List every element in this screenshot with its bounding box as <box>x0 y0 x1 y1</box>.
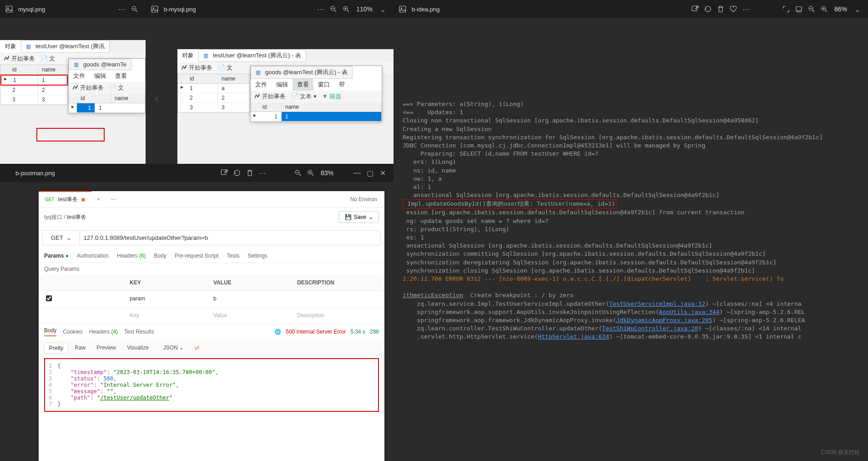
zoom-in-icon[interactable] <box>304 167 317 179</box>
tab-headers[interactable]: Headers (6) <box>117 253 146 259</box>
col-name[interactable]: name <box>38 65 68 74</box>
resp-tab-headers[interactable]: Headers (4) <box>89 329 118 335</box>
param-key[interactable]: param <box>128 294 212 304</box>
save-button[interactable]: 💾 Save ⌄ <box>339 211 379 223</box>
col-id[interactable]: id <box>77 94 111 103</box>
table-row[interactable]: ▸ 1 1 <box>0 75 68 86</box>
chevron-down-icon[interactable]: ⌄ <box>376 3 389 15</box>
method-selector[interactable]: GET ⌄ <box>43 231 80 245</box>
tab-body[interactable]: Body <box>154 253 166 259</box>
zoom-in-icon[interactable] <box>818 3 831 15</box>
begin-tx-button[interactable]: 🗲 开始事务 <box>72 84 104 92</box>
add-tab-icon[interactable]: + <box>91 196 106 203</box>
preview-button[interactable]: Preview <box>92 343 121 354</box>
object-tab[interactable]: 对象 <box>0 40 21 53</box>
tab-settings[interactable]: Settings <box>247 253 267 259</box>
table-row[interactable]: 2 2 <box>0 86 68 95</box>
resp-tab-cookies[interactable]: Cookies <box>63 329 82 335</box>
menu-view[interactable]: 查看 <box>293 79 313 91</box>
more-icon[interactable]: ⋯ <box>116 3 128 15</box>
menu-help[interactable]: 帮 <box>334 79 349 91</box>
table-tab-testuser[interactable]: ▦testUser @learnTest (腾讯 <box>21 40 110 53</box>
request-tab[interactable]: GET test事务 <box>39 191 91 207</box>
param-checkbox[interactable] <box>46 295 52 301</box>
resp-tab-testresults[interactable]: Test Results <box>124 329 154 335</box>
tab-tests[interactable]: Tests <box>227 253 239 259</box>
param-key-placeholder[interactable]: Key <box>128 310 212 320</box>
close-icon[interactable]: ✕ <box>376 167 389 179</box>
response-body[interactable]: { "timestamp": "2023-03-19T14:16:35.780+… <box>57 363 218 407</box>
table-tab-goods[interactable]: ▦goods @learnTe <box>69 59 131 70</box>
begin-tx-button[interactable]: 🗲 开始事务 <box>4 55 35 63</box>
table-tab-testuser[interactable]: ▦testUser @learnTest (腾讯云) - 表 <box>198 49 306 62</box>
breadcrumb[interactable]: tyq接口 / test事务 <box>44 213 339 221</box>
zoom-out-icon[interactable] <box>327 3 340 15</box>
menu-file[interactable]: 文件 <box>251 79 272 91</box>
col-name[interactable]: name <box>111 94 145 103</box>
resp-tab-body[interactable]: Body <box>44 327 56 336</box>
param-desc-placeholder[interactable]: Description <box>295 310 379 320</box>
text-button[interactable]: 📄 文 <box>109 84 124 92</box>
raw-button[interactable]: Raw <box>70 343 90 354</box>
begin-tx-button[interactable]: 🗲 开始事务 <box>254 92 286 101</box>
param-value[interactable]: b <box>212 294 295 304</box>
begin-tx-button[interactable]: 🗲 开始事务 <box>181 64 212 72</box>
filter-button[interactable]: ▼ 筛选 <box>322 92 341 101</box>
delete-icon[interactable] <box>243 167 256 179</box>
rotate-icon[interactable] <box>701 3 714 15</box>
menu-view[interactable]: 查看 <box>111 70 131 82</box>
more-icon[interactable]: ⋯ <box>314 3 327 15</box>
col-name[interactable]: name <box>218 74 250 83</box>
globe-icon[interactable]: 🌐 <box>274 329 281 335</box>
table-row[interactable]: ▸ 1 1 <box>69 103 145 113</box>
zoom-out-icon[interactable] <box>292 167 304 179</box>
table-row[interactable]: ▸1a <box>178 84 250 93</box>
table-row[interactable]: 22 <box>178 93 250 103</box>
col-id[interactable]: id <box>9 65 38 74</box>
favorite-icon[interactable] <box>727 3 740 15</box>
menu-window[interactable]: 窗口 <box>313 79 334 91</box>
text-button[interactable]: 📄 文 <box>218 64 233 72</box>
slideshow-icon[interactable] <box>792 3 805 15</box>
visualize-button[interactable]: Visualize <box>122 343 153 354</box>
zoom-out-icon[interactable] <box>805 3 818 15</box>
menu-edit[interactable]: 编辑 <box>272 79 293 91</box>
export-icon[interactable] <box>218 167 231 179</box>
table-row[interactable]: 3 3 <box>0 95 68 105</box>
more-icon[interactable]: ⋯ <box>740 3 752 15</box>
col-name[interactable]: name <box>282 102 382 111</box>
param-description[interactable] <box>295 294 379 304</box>
menu-edit[interactable]: 编辑 <box>90 70 111 82</box>
table-row[interactable]: 33 <box>178 103 250 112</box>
url-input[interactable]: 127.0.0.1:8089/testUser/updateOther?para… <box>80 231 380 245</box>
format-selector[interactable]: JSON ⌄ <box>159 343 188 354</box>
minimize-icon[interactable]: — <box>351 167 363 179</box>
col-id[interactable]: id <box>186 74 218 83</box>
tab-prerequest[interactable]: Pre-request Script <box>175 253 219 259</box>
maximize-icon[interactable]: ▢ <box>363 167 376 179</box>
tab-authorization[interactable]: Authorization <box>77 253 109 259</box>
tab-params[interactable]: Params ● <box>44 253 69 259</box>
menu-file[interactable]: 文件 <box>69 70 90 82</box>
text-button[interactable]: 📄 文 <box>40 55 56 63</box>
delete-icon[interactable] <box>714 3 727 15</box>
zoom-out-icon[interactable] <box>128 3 141 15</box>
col-id[interactable]: id <box>259 102 282 111</box>
rotate-icon[interactable] <box>231 167 243 179</box>
text-button[interactable]: 📄 文本 ▾ <box>291 92 317 101</box>
log-console[interactable]: ==> Parameters: a(String), 1(Long) <== U… <box>394 96 868 345</box>
tab-options-icon[interactable]: ⋯ <box>106 196 122 203</box>
table-tab-goods[interactable]: ▦goods @learnTest (腾讯云) - 表 <box>251 66 353 79</box>
more-icon[interactable]: ⋯ <box>256 167 269 179</box>
zoom-in-icon[interactable] <box>340 3 353 15</box>
object-tab[interactable]: 对象 <box>177 49 198 62</box>
chevron-down-icon[interactable]: ⌄ <box>851 3 863 15</box>
environment-selector[interactable]: No Environ <box>343 196 384 203</box>
prev-image-icon[interactable]: ‹ <box>155 91 159 106</box>
param-value-placeholder[interactable]: Value <box>212 310 295 320</box>
fullscreen-icon[interactable] <box>780 3 792 15</box>
wrap-icon[interactable]: ⇄ <box>190 343 204 354</box>
pretty-button[interactable]: Pretty <box>44 343 68 354</box>
table-row[interactable]: ▸ 1 1 <box>251 112 382 122</box>
export-icon[interactable] <box>689 3 701 15</box>
